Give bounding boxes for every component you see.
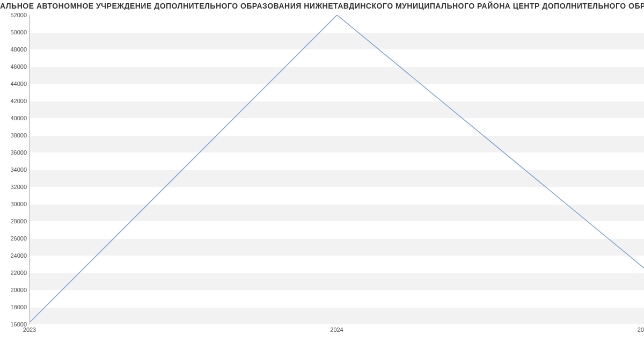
x-tick-label: 2023 xyxy=(23,326,36,333)
x-tick-label: 2024 xyxy=(330,326,343,333)
y-tick-label: 26000 xyxy=(3,235,27,242)
y-tick-label: 52000 xyxy=(3,12,27,18)
y-tick-label: 50000 xyxy=(3,29,27,35)
y-tick-label: 30000 xyxy=(3,201,27,207)
y-tick-label: 28000 xyxy=(3,218,27,224)
y-tick-label: 40000 xyxy=(3,115,27,121)
y-tick-label: 34000 xyxy=(3,166,27,173)
y-tick-label: 44000 xyxy=(3,81,27,87)
y-tick-label: 36000 xyxy=(3,149,27,156)
y-tick-label: 22000 xyxy=(3,270,27,276)
y-tick-label: 20000 xyxy=(3,287,27,293)
y-tick-label: 24000 xyxy=(3,252,27,259)
y-tick-label: 18000 xyxy=(3,304,27,310)
grid-line xyxy=(30,324,644,325)
x-tick-label: 2025 xyxy=(638,326,644,333)
y-tick-label: 38000 xyxy=(3,132,27,139)
chart-title: АЛЬНОЕ АВТОНОМНОЕ УЧРЕЖДЕНИЕ ДОПОЛНИТЕЛЬ… xyxy=(0,2,644,10)
y-tick-label: 46000 xyxy=(3,63,27,70)
y-tick-label: 42000 xyxy=(3,98,27,104)
line-series xyxy=(30,15,644,324)
plot-area xyxy=(30,15,644,324)
y-tick-label: 32000 xyxy=(3,184,27,190)
y-tick-label: 48000 xyxy=(3,46,27,53)
